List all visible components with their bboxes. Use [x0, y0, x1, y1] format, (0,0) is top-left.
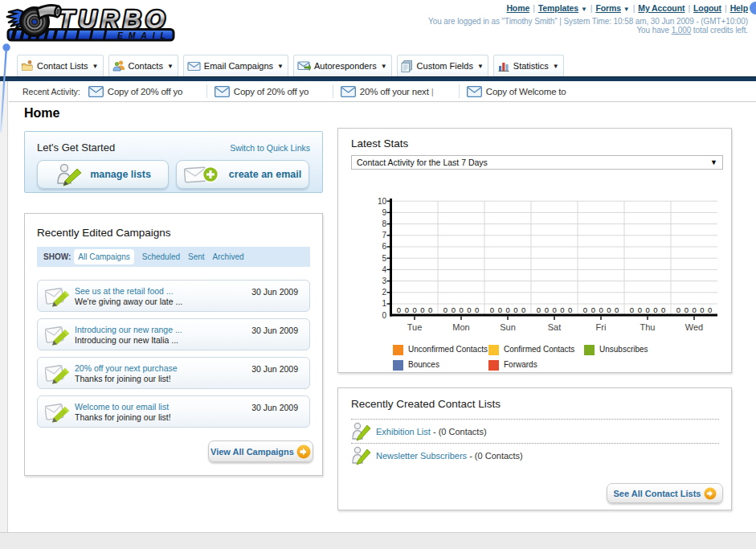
svg-text:0: 0	[405, 305, 409, 314]
svg-text:0: 0	[653, 305, 657, 314]
svg-text:0: 0	[452, 305, 456, 314]
svg-text:0: 0	[552, 305, 556, 314]
svg-text:0: 0	[645, 305, 649, 314]
svg-text:Sun: Sun	[500, 322, 516, 332]
svg-text:0: 0	[505, 305, 509, 314]
svg-text:0: 0	[459, 305, 463, 314]
svg-text:9: 9	[382, 208, 386, 217]
svg-text:0: 0	[475, 305, 479, 314]
svg-text:0: 0	[591, 305, 595, 314]
svg-text:0: 0	[615, 305, 619, 314]
svg-text:0: 0	[513, 305, 517, 314]
svg-text:Fri: Fri	[596, 322, 607, 332]
svg-text:Mon: Mon	[452, 322, 469, 332]
svg-text:TURBO: TURBO	[59, 6, 170, 34]
svg-text:3: 3	[382, 277, 386, 285]
svg-text:0: 0	[443, 305, 447, 314]
svg-text:4: 4	[382, 265, 386, 274]
svg-text:0: 0	[560, 305, 564, 314]
svg-text:0: 0	[490, 305, 494, 314]
svg-text:0: 0	[467, 305, 471, 314]
svg-text:0: 0	[676, 305, 680, 314]
svg-text:0: 0	[498, 305, 502, 314]
svg-text:1: 1	[382, 299, 386, 308]
svg-text:Wed: Wed	[685, 322, 703, 332]
svg-text:0: 0	[630, 305, 634, 314]
svg-text:0: 0	[568, 305, 572, 314]
svg-text:10: 10	[378, 197, 387, 206]
svg-text:0: 0	[545, 305, 549, 314]
svg-text:0: 0	[412, 305, 416, 314]
svg-text:0: 0	[692, 305, 696, 314]
svg-text:6: 6	[382, 242, 386, 251]
svg-text:0: 0	[382, 311, 386, 320]
svg-text:0: 0	[428, 305, 432, 314]
svg-text:0: 0	[700, 305, 704, 314]
svg-text:0: 0	[583, 305, 587, 314]
svg-text:8: 8	[382, 219, 386, 228]
svg-text:0: 0	[420, 305, 424, 314]
svg-text:5: 5	[382, 254, 386, 263]
svg-text:0: 0	[661, 305, 665, 314]
svg-text:Tue: Tue	[407, 322, 423, 332]
svg-text:Sat: Sat	[548, 322, 562, 332]
svg-text:0: 0	[537, 305, 541, 314]
svg-text:0: 0	[521, 305, 525, 314]
svg-text:2: 2	[382, 288, 386, 297]
svg-text:0: 0	[599, 305, 603, 314]
svg-text:0: 0	[708, 305, 712, 314]
svg-text:0: 0	[607, 305, 611, 314]
svg-text:0: 0	[638, 305, 642, 314]
svg-text:7: 7	[382, 231, 386, 240]
svg-text:0: 0	[397, 305, 401, 314]
svg-text:0: 0	[684, 305, 689, 314]
svg-text:Thu: Thu	[640, 322, 656, 332]
